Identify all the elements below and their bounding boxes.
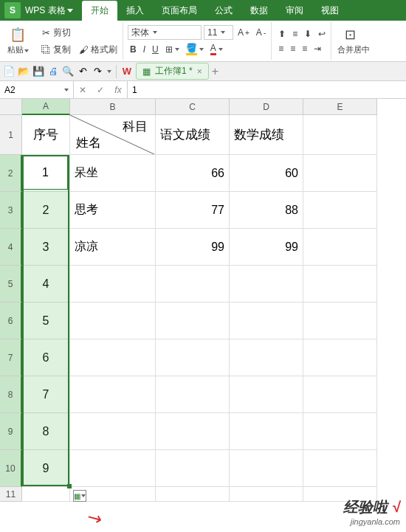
cell-D3[interactable]: 88 xyxy=(230,192,303,229)
cell-B10[interactable] xyxy=(70,450,156,487)
cell-D5[interactable] xyxy=(230,266,303,303)
cell-E7[interactable] xyxy=(303,339,377,376)
row-header-5[interactable]: 5 xyxy=(0,266,22,303)
cell-C11[interactable] xyxy=(156,487,230,502)
align-top-button[interactable]: ⬆ xyxy=(276,27,288,41)
column-header-B[interactable]: B xyxy=(70,99,156,115)
accept-formula-button[interactable]: ✓ xyxy=(92,85,109,95)
tab-layout[interactable]: 页面布局 xyxy=(153,1,206,21)
cell-E9[interactable] xyxy=(303,413,377,450)
open-button[interactable]: 📂 xyxy=(18,66,30,77)
row-header-4[interactable]: 4 xyxy=(0,229,22,266)
row-header-2[interactable]: 2 xyxy=(0,155,22,192)
tab-start[interactable]: 开始 xyxy=(82,1,117,21)
align-center-button[interactable]: ≡ xyxy=(288,42,297,55)
row-header-11[interactable]: 11 xyxy=(0,487,22,502)
italic-button[interactable]: I xyxy=(141,43,148,56)
cut-button[interactable]: ✂剪切 xyxy=(38,25,120,41)
row-header-7[interactable]: 7 xyxy=(0,339,22,376)
cell-D8[interactable] xyxy=(230,376,303,413)
column-header-A[interactable]: A xyxy=(22,99,70,115)
cell-A8[interactable]: 7 xyxy=(22,376,70,413)
cell-C4[interactable]: 99 xyxy=(156,229,230,266)
autofill-options-button[interactable]: ▦ xyxy=(73,490,86,502)
redo-button[interactable]: ↷ xyxy=(92,66,103,77)
tab-data[interactable]: 数据 xyxy=(241,1,277,21)
cancel-formula-button[interactable]: ✕ xyxy=(74,85,92,95)
bold-button[interactable]: B xyxy=(128,43,139,56)
copy-button[interactable]: ⿻复制 xyxy=(38,42,73,58)
column-header-D[interactable]: D xyxy=(230,99,303,115)
column-header-E[interactable]: E xyxy=(303,99,377,115)
cell-E3[interactable] xyxy=(303,192,377,229)
cell-E10[interactable] xyxy=(303,450,377,487)
cell-A4[interactable]: 3 xyxy=(22,229,70,266)
cell-C7[interactable] xyxy=(156,339,230,376)
new-tab-button[interactable]: + xyxy=(212,65,219,78)
column-header-C[interactable]: C xyxy=(156,99,230,115)
preview-button[interactable]: 🔍 xyxy=(62,66,74,77)
formula-input[interactable]: 1 xyxy=(128,81,406,98)
cell-C9[interactable] xyxy=(156,413,230,450)
font-size-combo[interactable]: 11 xyxy=(204,25,233,40)
save-button[interactable]: 💾 xyxy=(32,66,44,77)
qat-more-icon[interactable] xyxy=(107,70,111,73)
select-all-corner[interactable] xyxy=(0,99,22,115)
grid-body[interactable]: 序号科目姓名语文成绩数学成绩1呆坐66602思考77883凉凉999945678… xyxy=(22,115,377,502)
tab-view[interactable]: 视图 xyxy=(312,1,348,21)
cell-E8[interactable] xyxy=(303,376,377,413)
app-menu-caret-icon[interactable] xyxy=(67,9,73,13)
cell-B3[interactable]: 思考 xyxy=(70,192,156,229)
cell-D6[interactable] xyxy=(230,303,303,339)
decrease-font-button[interactable]: A- xyxy=(254,26,268,39)
merge-cells-button[interactable]: ⊡ 合并居中 xyxy=(333,25,374,57)
tab-formula[interactable]: 公式 xyxy=(206,1,241,21)
cell-C10[interactable] xyxy=(156,450,230,487)
align-right-button[interactable]: ≡ xyxy=(300,42,309,55)
cell-A11[interactable] xyxy=(22,487,70,502)
cell-D2[interactable]: 60 xyxy=(230,155,303,192)
paste-button[interactable]: 📋 粘贴 xyxy=(3,25,33,57)
tab-insert[interactable]: 插入 xyxy=(117,1,153,21)
new-button[interactable]: 📄 xyxy=(3,66,15,77)
row-header-9[interactable]: 9 xyxy=(0,413,22,450)
cell-C3[interactable]: 77 xyxy=(156,192,230,229)
increase-font-button[interactable]: A+ xyxy=(235,26,252,39)
cell-E1[interactable] xyxy=(303,115,377,155)
cell-E11[interactable] xyxy=(303,487,377,502)
fx-button[interactable]: fx xyxy=(109,85,127,95)
border-button[interactable]: ⊞ xyxy=(163,43,182,56)
cell-E6[interactable] xyxy=(303,303,377,339)
cell-C5[interactable] xyxy=(156,266,230,303)
cell-A6[interactable]: 5 xyxy=(22,303,70,339)
cell-D1[interactable]: 数学成绩 xyxy=(230,115,303,155)
cell-E2[interactable] xyxy=(303,155,377,192)
cell-E5[interactable] xyxy=(303,266,377,303)
cell-B9[interactable] xyxy=(70,413,156,450)
print-button[interactable]: 🖨 xyxy=(47,66,59,77)
cell-C6[interactable] xyxy=(156,303,230,339)
name-box[interactable]: A2 xyxy=(0,81,74,98)
cell-A9[interactable]: 8 xyxy=(22,413,70,450)
cell-D7[interactable] xyxy=(230,339,303,376)
cell-C1[interactable]: 语文成绩 xyxy=(156,115,230,155)
font-color-button[interactable]: A xyxy=(208,41,225,57)
cell-A10[interactable]: 9 xyxy=(22,450,70,487)
format-painter-button[interactable]: 🖌格式刷 xyxy=(75,42,120,58)
cell-B1[interactable]: 科目姓名 xyxy=(70,115,156,155)
wrap-text-button[interactable]: ↩ xyxy=(316,27,328,41)
font-name-combo[interactable]: 宋体 xyxy=(128,25,202,40)
cell-D10[interactable] xyxy=(230,450,303,487)
cell-B2[interactable]: 呆坐 xyxy=(70,155,156,192)
cell-A1[interactable]: 序号 xyxy=(22,115,70,155)
align-left-button[interactable]: ≡ xyxy=(276,42,286,55)
cell-C2[interactable]: 66 xyxy=(156,155,230,192)
cell-D4[interactable]: 99 xyxy=(230,229,303,266)
cell-E4[interactable] xyxy=(303,229,377,266)
underline-button[interactable]: U xyxy=(150,43,161,56)
document-tab[interactable]: ▦ 工作簿1 * × xyxy=(136,63,209,80)
cell-B8[interactable] xyxy=(70,376,156,413)
cell-A3[interactable]: 2 xyxy=(22,192,70,229)
row-header-3[interactable]: 3 xyxy=(0,192,22,229)
undo-button[interactable]: ↶ xyxy=(77,66,89,77)
